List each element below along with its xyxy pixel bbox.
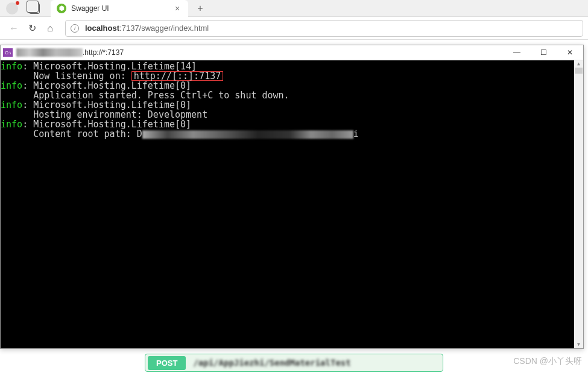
site-info-icon[interactable]: i bbox=[71, 24, 79, 33]
maximize-button[interactable]: ☐ bbox=[530, 45, 557, 60]
browser-tab[interactable]: ⬢ Swagger UI × bbox=[51, 0, 188, 17]
minimize-button[interactable]: — bbox=[504, 45, 530, 60]
endpoint-path: /api/AppJiezhi/SendMaterialTest bbox=[193, 358, 350, 368]
url-text: localhost:7137/swagger/index.html bbox=[85, 24, 209, 33]
redacted-path bbox=[142, 130, 353, 139]
console-titlebar[interactable]: C:\ .http://*:7137 — ☐ ✕ bbox=[1, 45, 583, 60]
scroll-up-arrow-icon[interactable]: ▲ bbox=[574, 60, 583, 68]
profile-avatar[interactable] bbox=[6, 2, 18, 14]
home-button[interactable]: ⌂ bbox=[41, 19, 59, 37]
console-line: info: Microsoft.Hosting.Lifetime[0] bbox=[1, 81, 583, 91]
watermark: CSDN @小丫头呀 bbox=[513, 356, 582, 367]
tab-close-button[interactable]: × bbox=[172, 4, 182, 13]
console-title-redacted bbox=[16, 48, 83, 57]
tab-title: Swagger UI bbox=[71, 4, 168, 13]
console-line: Hosting environment: Development bbox=[1, 110, 583, 120]
console-line: Application started. Press Ctrl+C to shu… bbox=[1, 91, 583, 100]
close-button[interactable]: ✕ bbox=[557, 45, 583, 60]
console-line: info: Microsoft.Hosting.Lifetime[14] bbox=[1, 62, 583, 71]
highlighted-url: http://[::]:7137 bbox=[131, 71, 224, 81]
console-title: .http://*:7137 bbox=[83, 48, 124, 57]
swagger-operation[interactable]: POST /api/AppJiezhi/SendMaterialTest bbox=[145, 354, 443, 372]
browser-tabs-bar: ⬢ Swagger UI × + bbox=[0, 0, 588, 17]
console-line: info: Microsoft.Hosting.Lifetime[0] bbox=[1, 120, 583, 129]
tabs-overview-icon[interactable] bbox=[29, 3, 40, 14]
scroll-down-arrow-icon[interactable]: ▼ bbox=[574, 341, 583, 348]
console-app-icon: C:\ bbox=[3, 48, 13, 57]
back-button[interactable]: ← bbox=[5, 19, 23, 37]
browser-toolbar: ← ↻ ⌂ i localhost:7137/swagger/index.htm… bbox=[0, 17, 588, 40]
scrollbar-thumb[interactable] bbox=[575, 68, 583, 74]
address-bar[interactable]: i localhost:7137/swagger/index.html bbox=[65, 20, 583, 37]
console-line: Now listening on: http://[::]:7137 bbox=[1, 71, 583, 81]
console-window: C:\ .http://*:7137 — ☐ ✕ info: Microsoft… bbox=[0, 45, 584, 349]
console-line: info: Microsoft.Hosting.Lifetime[0] bbox=[1, 100, 583, 110]
console-line: Content root path: Di bbox=[1, 129, 583, 139]
new-tab-button[interactable]: + bbox=[192, 0, 209, 17]
tab-favicon-icon: ⬢ bbox=[57, 4, 66, 13]
swagger-page-content: POST /api/AppJiezhi/SendMaterialTest bbox=[0, 349, 588, 373]
refresh-button[interactable]: ↻ bbox=[23, 19, 41, 37]
http-method-badge: POST bbox=[148, 356, 186, 370]
vertical-scrollbar[interactable]: ▲ ▼ bbox=[574, 60, 583, 348]
console-output[interactable]: info: Microsoft.Hosting.Lifetime[14] Now… bbox=[1, 60, 583, 348]
